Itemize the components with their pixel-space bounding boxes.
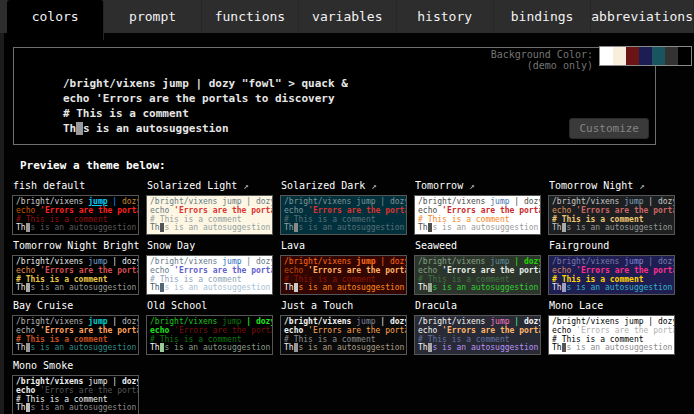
theme-title: Mono Smoke	[13, 360, 139, 373]
window-edge	[0, 33, 4, 414]
sample-line: This is an autosuggestion	[16, 224, 138, 233]
sample-line: This is an autosuggestion	[150, 344, 272, 353]
sample-line: This is an autosuggestion	[552, 224, 674, 233]
external-link-icon[interactable]: ↗	[639, 181, 644, 191]
background-color-label-line1: Background Color:	[491, 49, 593, 60]
theme-card-fish-default[interactable]: fish default /bright/vixens jump | dozy …	[12, 178, 139, 235]
sample-line: This is an autosuggestion	[418, 344, 540, 353]
background-color-label: Background Color: (demo only)	[491, 49, 593, 71]
tab-prompt[interactable]: prompt	[104, 0, 201, 33]
theme-preview-box[interactable]: /bright/vixens jump | dozy "fowl" > quac…	[146, 255, 273, 295]
theme-preview-box[interactable]: /bright/vixens jump | dozy "fowl" > quac…	[548, 195, 675, 235]
theme-title: Tomorrow Night Bright ↗	[13, 240, 139, 253]
sample-line: This is an autosuggestion	[16, 284, 138, 293]
theme-preview-box[interactable]: /bright/vixens jump | dozy "fowl" > quac…	[280, 255, 407, 295]
tab-colors[interactable]: colors	[7, 0, 104, 40]
theme-title: Tomorrow Night ↗	[549, 180, 675, 193]
theme-card-solarized-dark[interactable]: Solarized Dark ↗/bright/vixens jump | do…	[280, 178, 407, 235]
theme-card-tomorrow-night[interactable]: Tomorrow Night ↗/bright/vixens jump | do…	[548, 178, 675, 235]
external-link-icon[interactable]: ↗	[243, 181, 248, 191]
background-swatch-0[interactable]	[600, 47, 613, 65]
theme-title: Bay Cruise	[13, 300, 139, 313]
theme-title: Seaweed	[415, 240, 541, 253]
background-swatch-3[interactable]	[639, 47, 652, 65]
sample-line: This is an autosuggestion	[150, 284, 272, 293]
theme-preview-box[interactable]: /bright/vixens jump | dozy "fowl" > quac…	[146, 315, 273, 355]
theme-preview-box[interactable]: /bright/vixens jump | dozy "fowl" > quac…	[12, 375, 139, 414]
background-swatch-6[interactable]	[678, 47, 691, 65]
theme-title: fish default	[13, 180, 139, 193]
terminal-preview: Background Color: (demo only) /bright/vi…	[13, 47, 656, 145]
theme-preview-box[interactable]: /bright/vixens jump | dozy "fowl" > quac…	[12, 195, 139, 235]
sample-line: This is an autosuggestion	[552, 284, 674, 293]
sample-line: This is an autosuggestion	[418, 284, 540, 293]
theme-preview-box[interactable]: /bright/vixens jump | dozy "fowl" > quac…	[414, 195, 541, 235]
sample-line: /bright/vixens jump | dozy "fowl" > quac…	[63, 76, 348, 91]
theme-title: Solarized Dark ↗	[281, 180, 407, 193]
theme-card-old-school[interactable]: Old School /bright/vixens jump | dozy "f…	[146, 298, 273, 355]
background-swatch-1[interactable]	[613, 47, 626, 65]
preview-theme-heading: Preview a theme below:	[20, 159, 694, 172]
sample-line: This is an autosuggestion	[150, 224, 272, 233]
sample-line: This is an autosuggestion	[16, 344, 138, 353]
sample-line: This is an autosuggestion	[418, 224, 540, 233]
theme-card-dracula[interactable]: Dracula /bright/vixens jump | dozy "fowl…	[414, 298, 541, 355]
background-swatch-5[interactable]	[665, 47, 678, 65]
theme-card-just-a-touch[interactable]: Just a Touch /bright/vixens jump | dozy …	[280, 298, 407, 355]
theme-preview-box[interactable]: /bright/vixens jump | dozy "fowl" > quac…	[12, 315, 139, 355]
sample-line: This is an autosuggestion	[284, 224, 406, 233]
theme-preview-box[interactable]: /bright/vixens jump | dozy "fowl" > quac…	[414, 255, 541, 295]
theme-card-bay-cruise[interactable]: Bay Cruise /bright/vixens jump | dozy "f…	[12, 298, 139, 355]
tab-variables[interactable]: variables	[299, 0, 396, 33]
external-link-icon[interactable]: ↗	[469, 181, 474, 191]
customize-button[interactable]: Customize	[569, 118, 649, 139]
theme-title: Just a Touch	[281, 300, 407, 313]
theme-title: Fairground	[549, 240, 675, 253]
tab-abbreviations[interactable]: abbreviations	[591, 0, 694, 33]
theme-preview-box[interactable]: /bright/vixens jump | dozy "fowl" > quac…	[146, 195, 273, 235]
theme-preview-box[interactable]: /bright/vixens jump | dozy "fowl" > quac…	[280, 195, 407, 235]
sample-line: This is an autosuggestion	[552, 344, 674, 353]
theme-card-tomorrow[interactable]: Tomorrow ↗/bright/vixens jump | dozy "fo…	[414, 178, 541, 235]
tab-bar: colorspromptfunctionsvariableshistorybin…	[0, 0, 694, 33]
theme-preview-box[interactable]: /bright/vixens jump | dozy "fowl" > quac…	[12, 255, 139, 295]
sample-line: This is an autosuggestion	[16, 404, 138, 413]
theme-card-seaweed[interactable]: Seaweed /bright/vixens jump | dozy "fowl…	[414, 238, 541, 295]
theme-card-mono-smoke[interactable]: Mono Smoke /bright/vixens jump | dozy "f…	[12, 358, 139, 414]
external-link-icon[interactable]: ↗	[371, 181, 376, 191]
theme-preview-box[interactable]: /bright/vixens jump | dozy "fowl" > quac…	[548, 255, 675, 295]
sample-line: # This is a comment	[63, 106, 348, 121]
theme-title: Solarized Light ↗	[147, 180, 273, 193]
theme-preview-box[interactable]: /bright/vixens jump | dozy "fowl" > quac…	[548, 315, 675, 355]
cursor-block: i	[76, 122, 83, 135]
theme-card-solarized-light[interactable]: Solarized Light ↗/bright/vixens jump | d…	[146, 178, 273, 235]
sample-line: echo 'Errors are the portals to discover…	[63, 91, 348, 106]
sample-line: This is an autosuggestion	[63, 121, 348, 136]
background-swatch-row	[599, 46, 692, 66]
tab-functions[interactable]: functions	[202, 0, 299, 33]
theme-card-fairground[interactable]: Fairground /bright/vixens jump | dozy "f…	[548, 238, 675, 295]
background-swatch-4[interactable]	[652, 47, 665, 65]
theme-card-tomorrow-night-bright[interactable]: Tomorrow Night Bright ↗/bright/vixens ju…	[12, 238, 139, 295]
sample-line: This is an autosuggestion	[284, 344, 406, 353]
theme-title: Lava	[281, 240, 407, 253]
theme-preview-box[interactable]: /bright/vixens jump | dozy "fowl" > quac…	[414, 315, 541, 355]
sample-line: This is an autosuggestion	[284, 284, 406, 293]
terminal-sample-text: /bright/vixens jump | dozy "fowl" > quac…	[63, 76, 348, 136]
tab-history[interactable]: history	[397, 0, 494, 33]
background-swatch-2[interactable]	[626, 47, 639, 65]
demo-only-label: (demo only)	[491, 60, 593, 71]
theme-preview-box[interactable]: /bright/vixens jump | dozy "fowl" > quac…	[280, 315, 407, 355]
theme-grid: fish default /bright/vixens jump | dozy …	[0, 178, 694, 414]
theme-title: Dracula	[415, 300, 541, 313]
theme-title: Old School	[147, 300, 273, 313]
theme-title: Snow Day	[147, 240, 273, 253]
tab-bindings[interactable]: bindings	[494, 0, 591, 33]
theme-card-mono-lace[interactable]: Mono Lace /bright/vixens jump | dozy "fo…	[548, 298, 675, 355]
theme-title: Tomorrow ↗	[415, 180, 541, 193]
theme-title: Mono Lace	[549, 300, 675, 313]
theme-card-lava[interactable]: Lava /bright/vixens jump | dozy "fowl" >…	[280, 238, 407, 295]
theme-card-snow-day[interactable]: Snow Day /bright/vixens jump | dozy "fow…	[146, 238, 273, 295]
